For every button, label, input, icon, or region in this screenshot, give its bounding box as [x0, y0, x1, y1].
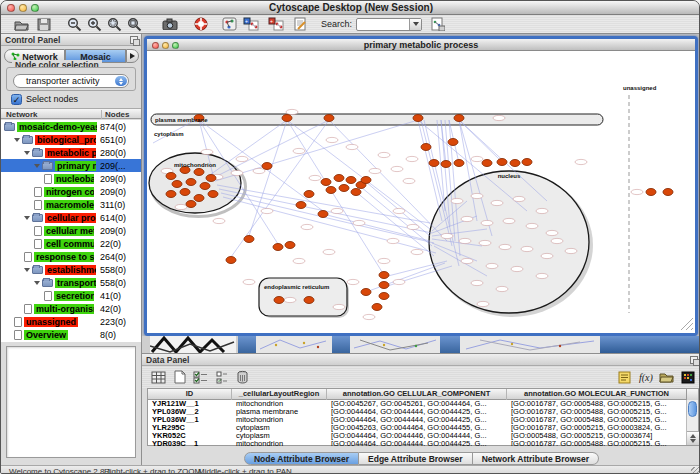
node-highlighted[interactable]	[172, 181, 182, 188]
node-highlighted[interactable]	[226, 257, 236, 264]
node-highlighted[interactable]	[194, 195, 204, 202]
column-header-network[interactable]: Network	[6, 110, 38, 119]
background-window-fragments[interactable]	[142, 336, 700, 353]
node[interactable]	[284, 297, 296, 302]
node-color-dropdown[interactable]: transporter activity	[13, 74, 129, 88]
node[interactable]	[369, 168, 381, 173]
node[interactable]	[496, 286, 508, 291]
node[interactable]	[201, 149, 213, 154]
table-row[interactable]: YJR121W__1mitochondrion[GO:0045267, GO:0…	[148, 400, 687, 408]
tree-row[interactable]: nucleobase-209(0)	[1, 172, 141, 185]
node[interactable]	[387, 238, 399, 243]
node-highlighted[interactable]	[510, 160, 520, 167]
node[interactable]	[471, 156, 483, 161]
expand-arrow-icon[interactable]	[24, 268, 30, 272]
node-highlighted[interactable]	[379, 272, 389, 279]
tree-row[interactable]: secretion41(0)	[1, 289, 141, 302]
column-header-nodes[interactable]: Nodes	[101, 110, 129, 119]
zoom-selected-icon[interactable]	[106, 16, 123, 32]
node[interactable]	[513, 196, 525, 201]
tree-row[interactable]: Overview8(0)	[1, 328, 141, 341]
node[interactable]	[451, 198, 463, 203]
node[interactable]	[479, 240, 491, 245]
node-highlighted[interactable]	[482, 160, 492, 167]
vertical-scrollbar[interactable]	[686, 400, 698, 445]
expand-arrow-icon[interactable]	[34, 164, 40, 168]
tab-node-attribute-browser[interactable]: Node Attribute Browser	[244, 452, 359, 465]
open-session-icon[interactable]	[13, 16, 30, 32]
node[interactable]	[243, 279, 255, 284]
tree-row[interactable]: nitrogen compou209(0)	[1, 185, 141, 198]
node[interactable]	[565, 248, 577, 253]
node[interactable]	[393, 208, 405, 213]
attr-table-icon[interactable]	[150, 369, 167, 385]
column-header[interactable]: ID	[148, 389, 232, 400]
node[interactable]	[378, 258, 390, 263]
node-highlighted[interactable]	[334, 175, 344, 182]
node-highlighted[interactable]	[186, 201, 196, 208]
notes-icon[interactable]	[616, 369, 633, 385]
node-highlighted[interactable]	[296, 202, 306, 209]
node-highlighted[interactable]	[346, 177, 356, 184]
node-highlighted[interactable]	[321, 179, 331, 186]
node[interactable]	[526, 223, 538, 228]
tab-overflow-button[interactable]	[126, 49, 139, 63]
node[interactable]	[536, 208, 548, 213]
node[interactable]	[536, 273, 548, 278]
window-titlebar[interactable]: Cytoscape Desktop (New Session)	[1, 1, 700, 15]
node[interactable]	[261, 208, 273, 213]
delete-attr-icon[interactable]	[234, 369, 251, 385]
node-highlighted[interactable]	[522, 159, 532, 166]
expand-arrow-icon[interactable]	[14, 138, 20, 142]
node[interactable]	[393, 279, 405, 284]
node[interactable]	[391, 166, 403, 171]
tree-row[interactable]: establishment of lo558(0)	[1, 263, 141, 276]
column-header[interactable]: annotation.GO MOLECULAR_FUNCTION	[507, 389, 687, 400]
node-highlighted[interactable]	[448, 139, 458, 146]
node-highlighted[interactable]	[441, 161, 451, 168]
node-highlighted[interactable]	[304, 191, 314, 198]
node[interactable]	[286, 109, 298, 114]
edit-edges-icon[interactable]: +	[267, 16, 284, 32]
canvas-resize-grip[interactable]	[681, 318, 693, 330]
float-panel-icon[interactable]	[690, 356, 698, 364]
node-highlighted[interactable]	[361, 177, 371, 184]
node-highlighted[interactable]	[200, 183, 210, 190]
zoom-in-icon[interactable]	[86, 16, 103, 32]
node-highlighted[interactable]	[194, 169, 204, 176]
node-highlighted[interactable]	[262, 163, 272, 170]
node-highlighted[interactable]	[413, 115, 423, 122]
node-highlighted[interactable]	[646, 189, 656, 196]
node-highlighted[interactable]	[166, 173, 176, 180]
node-highlighted[interactable]	[274, 297, 284, 304]
node[interactable]	[347, 279, 359, 284]
node[interactable]	[461, 258, 473, 263]
node-highlighted[interactable]	[497, 159, 507, 166]
node[interactable]	[293, 148, 305, 153]
edit-nodes-icon[interactable]: +	[242, 16, 259, 32]
node[interactable]	[175, 204, 187, 209]
zoom-fit-icon[interactable]	[126, 16, 143, 32]
node-highlighted[interactable]	[663, 189, 673, 196]
node-highlighted[interactable]	[285, 242, 295, 249]
node[interactable]	[441, 233, 453, 238]
node[interactable]	[499, 244, 511, 249]
node-highlighted[interactable]	[206, 175, 216, 182]
tree-row[interactable]: macromolecule311(0)	[1, 198, 141, 211]
annotation-icon[interactable]	[292, 16, 309, 32]
node[interactable]	[471, 280, 483, 285]
node[interactable]	[253, 168, 265, 173]
node[interactable]	[333, 304, 345, 309]
tree-row[interactable]: primary metabol209(...	[1, 159, 141, 172]
node-highlighted[interactable]	[421, 144, 431, 151]
node[interactable]	[301, 224, 313, 229]
node-highlighted[interactable]	[180, 189, 190, 196]
tree-row[interactable]: unassigned223(0)	[1, 315, 141, 328]
select-attr-compact-icon[interactable]	[213, 369, 230, 385]
table-row[interactable]: YLR295Ccytoplasm[GO:0045263, GO:0044464,…	[148, 424, 687, 432]
node[interactable]	[331, 208, 343, 213]
matrix-icon[interactable]	[679, 369, 696, 385]
node-highlighted[interactable]	[324, 115, 334, 122]
tree-row[interactable]: response to stimulu264(0)	[1, 250, 141, 263]
tree-row[interactable]: cellular metabol209(0)	[1, 224, 141, 237]
